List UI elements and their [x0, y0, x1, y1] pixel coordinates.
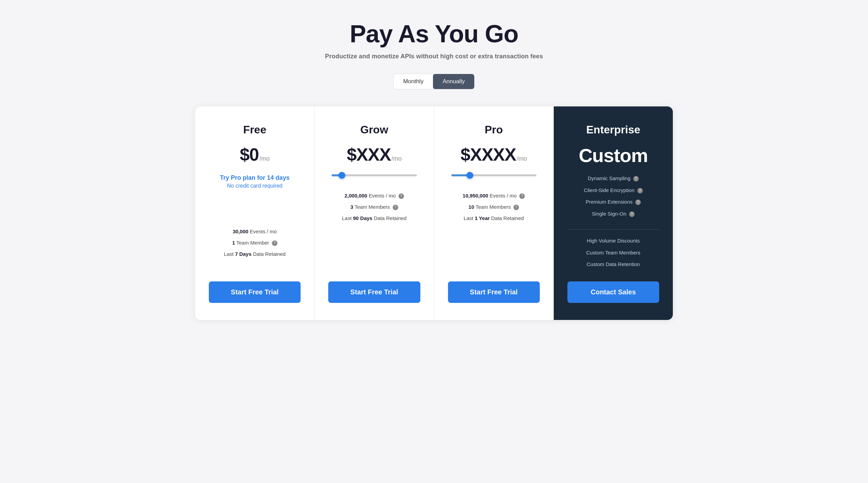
- feature-team-free: 1 Team Member ?: [209, 237, 301, 248]
- plan-price-pro: $XXXX /mo: [461, 144, 527, 165]
- enterprise-divider: [567, 229, 659, 230]
- grow-slider-thumb[interactable]: [338, 172, 345, 179]
- trial-subtext-free: No credit card required: [227, 183, 283, 189]
- monthly-toggle-button[interactable]: Monthly: [394, 74, 433, 89]
- trial-text-free: Try Pro plan for 14 days: [220, 173, 290, 183]
- info-icon-team-grow[interactable]: ?: [393, 205, 398, 210]
- info-icon-sso[interactable]: ?: [629, 211, 635, 217]
- plan-name-enterprise: Enterprise: [586, 123, 640, 136]
- feature-team-grow: 3 Team Members ?: [328, 201, 420, 213]
- cta-button-free[interactable]: Start Free Trial: [209, 281, 301, 303]
- cta-button-pro[interactable]: Start Free Trial: [448, 281, 540, 303]
- info-icon-events-grow[interactable]: ?: [399, 193, 404, 199]
- plan-price-free: $0 /mo: [240, 144, 270, 165]
- price-period-pro: /mo: [517, 155, 527, 162]
- enterprise-feature-extensions: Premium Extensions ?: [584, 196, 643, 208]
- plan-name-pro: Pro: [484, 123, 503, 136]
- info-icon-team-free[interactable]: ?: [272, 240, 277, 246]
- plan-name-free: Free: [243, 123, 266, 136]
- enterprise-feature-encryption: Client-Side Encryption ?: [584, 185, 643, 196]
- info-icon-events-pro[interactable]: ?: [519, 193, 525, 199]
- plan-price-enterprise: Custom: [579, 144, 648, 166]
- page-title: Pay As You Go: [325, 20, 543, 47]
- price-period-free: /mo: [260, 155, 270, 162]
- annually-toggle-button[interactable]: Annually: [433, 74, 474, 89]
- plan-card-free: Free $0 /mo Try Pro plan for 14 days No …: [195, 106, 315, 320]
- plan-card-pro: Pro $XXXX /mo 10,950,000 Events / mo ? 1…: [434, 106, 554, 320]
- price-value-free: $0: [240, 144, 259, 165]
- pro-slider-track: [451, 174, 536, 176]
- plan-card-grow: Grow $XXX /mo 2,000,000 Events / mo ? 3 …: [315, 106, 434, 320]
- cta-button-grow[interactable]: Start Free Trial: [328, 281, 420, 303]
- billing-toggle: Monthly Annually: [393, 74, 475, 89]
- info-icon-encryption[interactable]: ?: [637, 188, 643, 193]
- plan-features-pro: 10,950,000 Events / mo ? 10 Team Members…: [448, 190, 540, 224]
- plan-features-grow: 2,000,000 Events / mo ? 3 Team Members ?…: [328, 190, 420, 224]
- price-period-grow: /mo: [391, 155, 402, 162]
- pro-slider-thumb[interactable]: [466, 172, 473, 179]
- page-header: Pay As You Go Productize and monetize AP…: [325, 20, 543, 60]
- feature-data-pro: Last 1 Year Data Retained: [448, 213, 540, 224]
- info-icon-team-pro[interactable]: ?: [513, 205, 519, 210]
- enterprise-feature-data: Custom Data Retention: [586, 259, 640, 270]
- feature-data-grow: Last 90 Days Data Retained: [328, 213, 420, 224]
- enterprise-feature-team: Custom Team Members: [586, 247, 640, 259]
- plan-features-free: 30,000 Events / mo 1 Team Member ? Last …: [209, 226, 301, 260]
- price-value-enterprise: Custom: [579, 144, 648, 166]
- enterprise-feature-sampling: Dynamic Sampling ?: [584, 173, 643, 185]
- feature-events-pro: 10,950,000 Events / mo ?: [448, 190, 540, 201]
- grow-slider-area[interactable]: [328, 174, 420, 176]
- feature-events-grow: 2,000,000 Events / mo ?: [328, 190, 420, 201]
- feature-data-free: Last 7 Days Data Retained: [209, 248, 301, 260]
- feature-events-free: 30,000 Events / mo: [209, 226, 301, 237]
- info-icon-sampling[interactable]: ?: [633, 176, 639, 181]
- plans-container: Free $0 /mo Try Pro plan for 14 days No …: [195, 106, 673, 320]
- enterprise-features-bottom: High Volume Discounts Custom Team Member…: [586, 235, 640, 270]
- info-icon-extensions[interactable]: ?: [635, 200, 641, 205]
- feature-team-pro: 10 Team Members ?: [448, 201, 540, 213]
- price-value-pro: $XXXX: [461, 144, 516, 165]
- page-subtitle: Productize and monetize APIs without hig…: [325, 53, 543, 60]
- enterprise-features-top: Dynamic Sampling ? Client-Side Encryptio…: [584, 173, 643, 220]
- price-value-grow: $XXX: [347, 144, 391, 165]
- enterprise-feature-sso: Single Sign-On ?: [584, 208, 643, 220]
- pro-slider-area[interactable]: [448, 174, 540, 176]
- cta-button-enterprise[interactable]: Contact Sales: [567, 281, 659, 303]
- enterprise-feature-volume: High Volume Discounts: [586, 235, 640, 247]
- plan-card-enterprise: Enterprise Custom Dynamic Sampling ? Cli…: [554, 106, 673, 320]
- plan-name-grow: Grow: [360, 123, 388, 136]
- plan-price-grow: $XXX /mo: [347, 144, 402, 165]
- grow-slider-track: [332, 174, 417, 176]
